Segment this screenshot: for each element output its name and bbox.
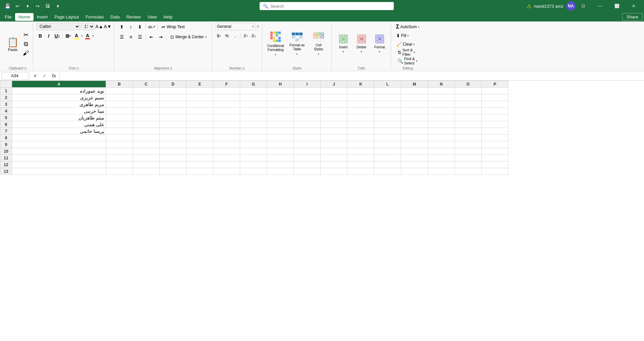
cell-f12[interactable] bbox=[213, 161, 240, 168]
cell-m6[interactable] bbox=[401, 121, 428, 128]
cell-o10[interactable] bbox=[455, 148, 482, 155]
cell-h13[interactable] bbox=[267, 168, 294, 175]
cell-j9[interactable] bbox=[321, 141, 347, 148]
cell-d7[interactable] bbox=[160, 128, 186, 135]
cell-c4[interactable] bbox=[133, 108, 160, 114]
cell-c2[interactable] bbox=[133, 94, 160, 101]
cell-o11[interactable] bbox=[455, 155, 482, 161]
cell-b1[interactable] bbox=[106, 88, 133, 94]
cell-b5[interactable] bbox=[106, 114, 133, 121]
cell-f9[interactable] bbox=[213, 141, 240, 148]
close-button[interactable]: ✕ bbox=[626, 0, 641, 12]
cell-d2[interactable] bbox=[160, 94, 186, 101]
underline-button[interactable]: U▾ bbox=[53, 32, 61, 40]
increase-decimal-button[interactable]: .0↑ bbox=[242, 32, 249, 40]
cell-g11[interactable] bbox=[240, 155, 267, 161]
cell-h10[interactable] bbox=[267, 148, 294, 155]
cell-k12[interactable] bbox=[347, 161, 374, 168]
cell-j3[interactable] bbox=[321, 101, 347, 108]
cell-o7[interactable] bbox=[455, 128, 482, 135]
border-button[interactable]: ⊞▾ bbox=[64, 32, 72, 40]
cell-g8[interactable] bbox=[240, 135, 267, 141]
cell-p12[interactable] bbox=[482, 161, 508, 168]
number-format-select[interactable]: General ▾ bbox=[215, 23, 256, 30]
increase-font-button[interactable]: A▲ bbox=[96, 23, 103, 30]
cell-k10[interactable] bbox=[347, 148, 374, 155]
row-header-3[interactable]: 3 bbox=[0, 101, 12, 108]
cell-h6[interactable] bbox=[267, 121, 294, 128]
row-header-12[interactable]: 12 bbox=[0, 161, 12, 168]
cell-m9[interactable] bbox=[401, 141, 428, 148]
menu-help[interactable]: Help bbox=[160, 13, 176, 21]
align-top-button[interactable]: ⬆ bbox=[118, 23, 126, 31]
undo-dropdown[interactable]: ▾ bbox=[23, 1, 32, 11]
menu-review[interactable]: Review bbox=[123, 13, 144, 21]
menu-insert[interactable]: Insert bbox=[34, 13, 51, 21]
cell-l4[interactable] bbox=[374, 108, 401, 114]
cell-d6[interactable] bbox=[160, 121, 186, 128]
col-header-m[interactable]: M bbox=[401, 81, 428, 88]
cell-f2[interactable] bbox=[213, 94, 240, 101]
cell-e5[interactable] bbox=[186, 114, 213, 121]
cell-j10[interactable] bbox=[321, 148, 347, 155]
cell-h7[interactable] bbox=[267, 128, 294, 135]
cell-p6[interactable] bbox=[482, 121, 508, 128]
cell-o3[interactable] bbox=[455, 101, 482, 108]
cell-f10[interactable] bbox=[213, 148, 240, 155]
cell-m7[interactable] bbox=[401, 128, 428, 135]
cell-g4[interactable] bbox=[240, 108, 267, 114]
cell-h4[interactable] bbox=[267, 108, 294, 114]
paste-button[interactable]: 📋 Paste bbox=[5, 35, 20, 53]
cell-d11[interactable] bbox=[160, 155, 186, 161]
format-cells-button[interactable]: Format ▾ bbox=[371, 35, 388, 53]
cell-n10[interactable] bbox=[428, 148, 455, 155]
row-header-11[interactable]: 11 bbox=[0, 155, 12, 161]
cell-o12[interactable] bbox=[455, 161, 482, 168]
align-middle-button[interactable]: ↕ bbox=[127, 23, 135, 31]
cell-p3[interactable] bbox=[482, 101, 508, 108]
menu-home[interactable]: Home bbox=[15, 13, 34, 21]
layout-button[interactable]: ⊡ bbox=[576, 0, 591, 12]
cell-d3[interactable] bbox=[160, 101, 186, 108]
cell-g3[interactable] bbox=[240, 101, 267, 108]
cell-o1[interactable] bbox=[455, 88, 482, 94]
cell-k5[interactable] bbox=[347, 114, 374, 121]
cell-d4[interactable] bbox=[160, 108, 186, 114]
cell-n5[interactable] bbox=[428, 114, 455, 121]
cell-j7[interactable] bbox=[321, 128, 347, 135]
cell-h2[interactable] bbox=[267, 94, 294, 101]
cell-f3[interactable] bbox=[213, 101, 240, 108]
cell-c9[interactable] bbox=[133, 141, 160, 148]
cell-g7[interactable] bbox=[240, 128, 267, 135]
maximize-button[interactable]: ⬜ bbox=[609, 0, 625, 12]
autosum-button[interactable]: Σ AutoSum ▾ bbox=[394, 23, 421, 31]
col-header-f[interactable]: F bbox=[213, 81, 240, 88]
cell-i8[interactable] bbox=[294, 135, 321, 141]
undo-button[interactable]: ↩ bbox=[13, 1, 22, 11]
cell-i2[interactable] bbox=[294, 94, 321, 101]
cell-e9[interactable] bbox=[186, 141, 213, 148]
cell-p7[interactable] bbox=[482, 128, 508, 135]
menu-formulas[interactable]: Formulas bbox=[82, 13, 107, 21]
cell-b12[interactable] bbox=[106, 161, 133, 168]
cell-m1[interactable] bbox=[401, 88, 428, 94]
conditional-formatting-button[interactable]: ConditionalFormatting ▾ bbox=[266, 35, 286, 53]
merge-center-button[interactable]: ⊡ Merge & Center ▾ bbox=[168, 33, 209, 41]
cell-b11[interactable] bbox=[106, 155, 133, 161]
cell-m12[interactable] bbox=[401, 161, 428, 168]
corner-header[interactable] bbox=[0, 81, 12, 88]
cell-o4[interactable] bbox=[455, 108, 482, 114]
col-header-e[interactable]: E bbox=[186, 81, 213, 88]
confirm-formula-button[interactable]: ✓ bbox=[41, 72, 49, 80]
cell-i5[interactable] bbox=[294, 114, 321, 121]
row-header-6[interactable]: 6 bbox=[0, 121, 12, 128]
col-header-c[interactable]: C bbox=[133, 81, 160, 88]
cell-e7[interactable] bbox=[186, 128, 213, 135]
cell-c7[interactable] bbox=[133, 128, 160, 135]
save-button[interactable]: 💾 bbox=[3, 1, 12, 11]
cell-n13[interactable] bbox=[428, 168, 455, 175]
cell-l3[interactable] bbox=[374, 101, 401, 108]
cancel-formula-button[interactable]: ✕ bbox=[31, 72, 39, 80]
cell-k8[interactable] bbox=[347, 135, 374, 141]
cell-e4[interactable] bbox=[186, 108, 213, 114]
